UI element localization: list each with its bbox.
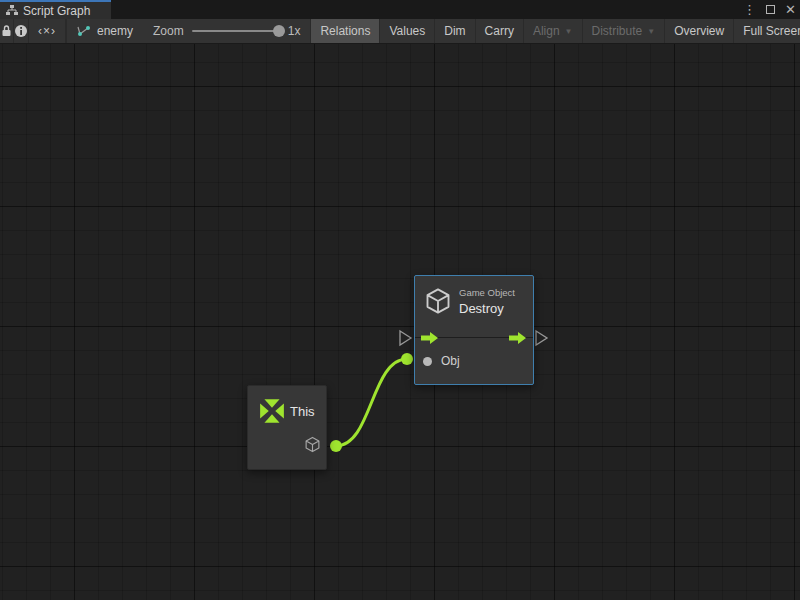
graph-canvas[interactable]: This Game Object Destroy Obj <box>0 44 800 600</box>
zoom-value: 1x <box>288 24 301 38</box>
menu-kebab-icon[interactable]: ⋮ <box>743 0 756 19</box>
relations-button[interactable]: Relations <box>311 19 380 43</box>
distribute-dropdown[interactable]: Distribute ▼ <box>583 19 666 43</box>
graph-hierarchy-icon <box>6 5 18 16</box>
toolbar-buttons: Relations Values Dim Carry Align ▼ Distr… <box>310 19 800 43</box>
flow-out-arrow-icon[interactable] <box>509 332 527 344</box>
graph-breadcrumb[interactable]: enemy <box>67 19 143 43</box>
maximize-icon[interactable] <box>766 5 775 14</box>
node-title: This <box>290 404 315 419</box>
this-output-port[interactable] <box>330 440 342 452</box>
code-preview-button[interactable]: ‹×› <box>29 19 66 43</box>
lock-button[interactable] <box>0 19 14 43</box>
obj-port-dot-icon <box>423 357 432 366</box>
script-graph-asset-icon <box>77 25 91 37</box>
graph-name-label: enemy <box>97 24 133 38</box>
game-object-cube-icon <box>304 436 321 453</box>
this-converge-icon <box>258 397 286 425</box>
zoom-slider[interactable] <box>192 30 280 32</box>
info-icon <box>14 24 28 38</box>
info-button[interactable] <box>14 19 29 43</box>
code-icon: ‹×› <box>38 24 56 38</box>
node-title: Destroy <box>459 301 504 316</box>
obj-port-row[interactable]: Obj <box>415 352 460 370</box>
tab-script-graph[interactable]: Script Graph <box>0 0 111 19</box>
zoom-label: Zoom <box>153 24 184 38</box>
full-screen-button[interactable]: Full Screen <box>734 19 800 43</box>
game-object-cube-icon <box>424 287 452 315</box>
destroy-flow-output-port[interactable] <box>536 331 547 345</box>
connection-layer <box>0 44 800 600</box>
obj-port-label: Obj <box>441 354 460 368</box>
lock-icon <box>0 24 13 38</box>
zoom-slider-handle[interactable] <box>273 25 285 37</box>
node-destroy[interactable]: Game Object Destroy Obj <box>414 275 534 385</box>
zoom-control: Zoom 1x <box>143 19 310 43</box>
values-button[interactable]: Values <box>380 19 435 43</box>
carry-button[interactable]: Carry <box>476 19 524 43</box>
chevron-down-icon: ▼ <box>647 27 655 36</box>
overview-button[interactable]: Overview <box>665 19 734 43</box>
script-graph-window: Script Graph ⋮ ✕ ‹×› <box>0 0 800 600</box>
window-controls: ⋮ ✕ <box>743 0 796 19</box>
tab-title: Script Graph <box>23 4 90 18</box>
dim-button[interactable]: Dim <box>435 19 475 43</box>
node-this[interactable]: This <box>247 385 327 470</box>
tab-bar: Script Graph ⋮ ✕ <box>0 0 800 19</box>
destroy-flow-input-port[interactable] <box>400 331 411 345</box>
connection-wire[interactable] <box>336 359 407 446</box>
chevron-down-icon: ▼ <box>565 27 573 36</box>
close-icon[interactable]: ✕ <box>785 0 796 19</box>
align-dropdown[interactable]: Align ▼ <box>524 19 583 43</box>
destroy-obj-port-connected[interactable] <box>401 353 413 365</box>
graph-toolbar: ‹×› enemy Zoom 1x Relations Values <box>0 19 800 44</box>
node-category: Game Object <box>459 287 515 298</box>
flow-in-arrow-icon[interactable] <box>421 332 439 344</box>
